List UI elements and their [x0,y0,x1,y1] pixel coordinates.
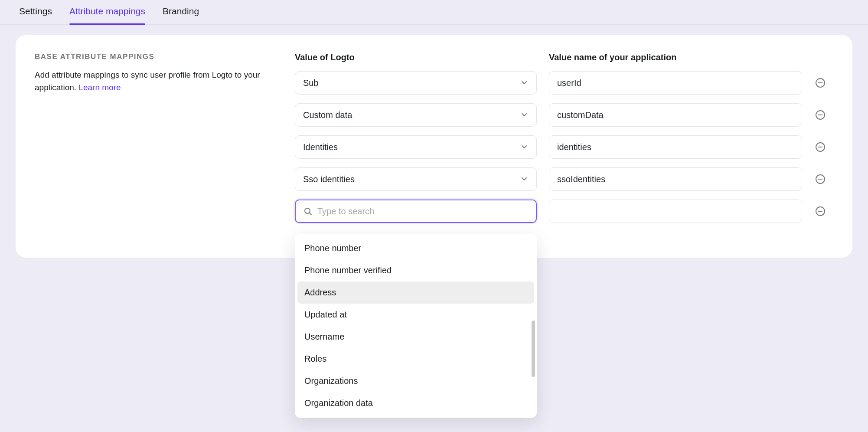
section-title: BASE ATTRIBUTE MAPPINGS [35,52,277,61]
select-value: Identities [303,142,338,152]
app-value-input[interactable] [549,103,802,127]
section-description: Add attribute mappings to sync user prof… [35,69,277,94]
tab-settings[interactable]: Settings [19,0,52,24]
minus-circle-icon [815,110,826,120]
chevron-down-icon [520,143,529,151]
app-value-input[interactable] [549,71,802,95]
mappings-area: Value of Logto Value name of your applic… [295,52,826,232]
mapping-row: Custom data [295,103,826,127]
mapping-row: Identities [295,135,826,159]
section-info: BASE ATTRIBUTE MAPPINGS Add attribute ma… [35,52,277,232]
learn-more-link[interactable]: Learn more [78,83,121,92]
app-value-field[interactable] [557,142,794,152]
mapping-row-new [295,200,826,223]
app-value-field[interactable] [557,110,794,120]
dropdown-option[interactable]: Organizations [297,370,534,392]
dropdown-option[interactable]: Address [297,281,534,304]
remove-row-button[interactable] [814,173,826,185]
search-input[interactable] [317,206,528,216]
dropdown-option[interactable]: Username [297,326,534,348]
app-value-field[interactable] [557,206,794,216]
chevron-down-icon [520,111,529,119]
dropdown-option[interactable]: Phone number [297,237,534,259]
logto-value-search[interactable] [295,200,537,223]
select-value: Sub [303,78,319,88]
column-headers: Value of Logto Value name of your applic… [295,52,826,62]
app-value-input[interactable] [549,167,802,191]
minus-circle-icon [815,142,826,152]
logto-value-select[interactable]: Sso identities [295,167,537,191]
dropdown-option[interactable]: Updated at [297,304,534,326]
dropdown-option[interactable]: Organization data [297,392,534,414]
mapping-row: Sso identities [295,167,826,191]
remove-row-button[interactable] [814,77,826,89]
svg-point-8 [305,208,310,213]
logto-value-select[interactable]: Identities [295,135,537,159]
column-header-logto: Value of Logto [295,52,537,62]
chevron-down-icon [520,175,529,183]
search-icon [303,207,312,216]
tab-branding[interactable]: Branding [163,0,199,24]
logto-value-select[interactable]: Custom data [295,103,537,127]
column-header-app: Value name of your application [549,52,826,62]
app-value-field[interactable] [557,174,794,184]
minus-circle-icon [815,206,826,216]
remove-row-button[interactable] [814,205,826,217]
tab-attribute-mappings[interactable]: Attribute mappings [69,0,145,24]
scrollbar-thumb[interactable] [532,321,535,377]
dropdown-option[interactable]: Phone number verified [297,259,534,281]
remove-row-button[interactable] [814,141,826,153]
select-value: Custom data [303,110,352,120]
chevron-down-icon [520,79,529,87]
minus-circle-icon [815,174,826,184]
app-value-field[interactable] [557,78,794,88]
svg-line-9 [310,213,311,215]
dropdown-option[interactable]: Roles [297,348,534,370]
section-description-text: Add attribute mappings to sync user prof… [35,70,260,92]
mapping-row: Sub [295,71,826,95]
select-value: Sso identities [303,174,355,184]
minus-circle-icon [815,78,826,88]
mappings-card: BASE ATTRIBUTE MAPPINGS Add attribute ma… [16,35,852,258]
app-value-input[interactable] [549,200,802,223]
app-value-input[interactable] [549,135,802,159]
search-dropdown: Phone number Phone number verified Addre… [295,234,537,418]
tabs-bar: Settings Attribute mappings Branding [0,0,868,25]
remove-row-button[interactable] [814,109,826,121]
logto-value-select[interactable]: Sub [295,71,537,95]
